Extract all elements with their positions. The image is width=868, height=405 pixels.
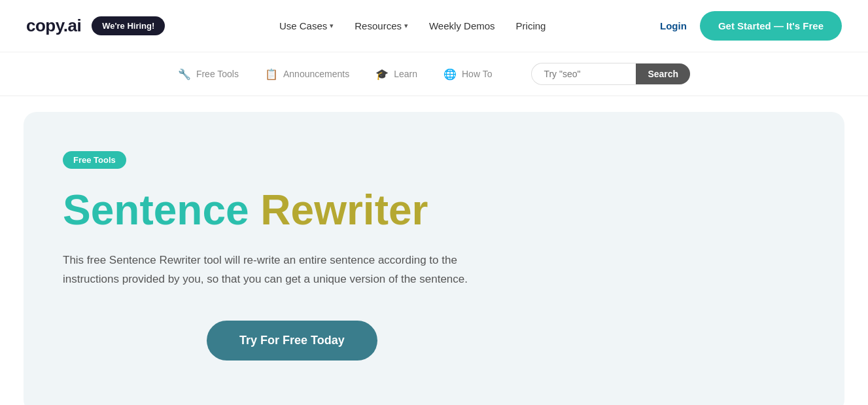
navbar-left: copy.ai We're Hiring! xyxy=(26,16,165,36)
nav-label-pricing: Pricing xyxy=(516,20,546,31)
sub-nav-label-free-tools: Free Tools xyxy=(196,69,239,79)
hero-title: Sentence Rewriter xyxy=(63,187,805,233)
announcements-icon: 📋 xyxy=(265,68,278,80)
sub-nav-free-tools[interactable]: 🔧 Free Tools xyxy=(178,68,239,80)
sub-nav-label-how-to: How To xyxy=(462,69,492,79)
search-input[interactable] xyxy=(531,63,636,85)
try-free-button[interactable]: Try For Free Today xyxy=(207,321,377,361)
sub-nav-label-announcements: Announcements xyxy=(283,69,349,79)
navbar: copy.ai We're Hiring! Use Cases ▾ Resour… xyxy=(0,0,868,52)
nav-item-resources[interactable]: Resources ▾ xyxy=(355,20,408,31)
sub-nav-learn[interactable]: 🎓 Learn xyxy=(375,68,417,80)
chevron-down-icon: ▾ xyxy=(330,22,334,30)
nav-item-use-cases[interactable]: Use Cases ▾ xyxy=(279,20,334,31)
nav-label-weekly-demos: Weekly Demos xyxy=(429,20,495,31)
get-started-button[interactable]: Get Started — It's Free xyxy=(700,11,842,41)
hero-title-part1: Sentence xyxy=(63,186,260,234)
search-container: Search xyxy=(531,63,690,85)
sub-nav-announcements[interactable]: 📋 Announcements xyxy=(265,68,349,80)
free-tools-badge[interactable]: Free Tools xyxy=(63,151,126,169)
learn-icon: 🎓 xyxy=(375,68,389,80)
sub-nav: 🔧 Free Tools 📋 Announcements 🎓 Learn 🌐 H… xyxy=(0,52,868,96)
nav-item-weekly-demos[interactable]: Weekly Demos xyxy=(429,20,495,31)
search-button[interactable]: Search xyxy=(636,63,690,84)
logo[interactable]: copy.ai xyxy=(26,16,81,36)
navbar-center: Use Cases ▾ Resources ▾ Weekly Demos Pri… xyxy=(279,20,546,31)
wrench-icon: 🔧 xyxy=(178,68,191,80)
chevron-down-icon: ▾ xyxy=(404,22,408,30)
nav-item-pricing[interactable]: Pricing xyxy=(516,20,546,31)
nav-label-use-cases: Use Cases xyxy=(279,20,327,31)
sub-nav-how-to[interactable]: 🌐 How To xyxy=(443,68,492,80)
hero-description: This free Sentence Rewriter tool will re… xyxy=(63,251,468,289)
sub-nav-label-learn: Learn xyxy=(394,69,417,79)
hero-title-part2: Rewriter xyxy=(260,186,428,234)
hero-section: Free Tools Sentence Rewriter This free S… xyxy=(24,112,844,405)
how-to-icon: 🌐 xyxy=(443,68,457,80)
login-link[interactable]: Login xyxy=(660,20,687,31)
nav-label-resources: Resources xyxy=(355,20,402,31)
hiring-badge[interactable]: We're Hiring! xyxy=(92,16,165,35)
navbar-right: Login Get Started — It's Free xyxy=(660,11,842,41)
